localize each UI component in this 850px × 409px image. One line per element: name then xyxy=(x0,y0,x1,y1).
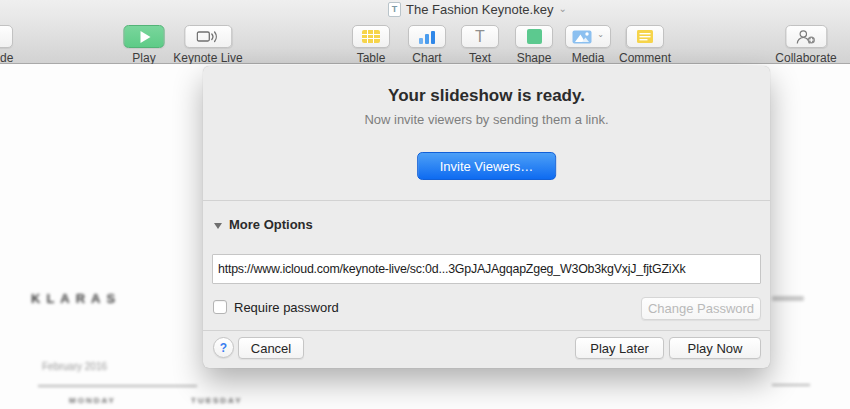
toolbar-item-partial[interactable]: de xyxy=(0,20,13,65)
partial-button-label: de xyxy=(0,51,13,65)
slide-rule-line xyxy=(772,384,810,386)
play-now-button[interactable]: Play Now xyxy=(669,337,761,359)
dialog-divider xyxy=(203,200,770,201)
chart-button[interactable] xyxy=(408,25,446,48)
media-button[interactable]: ⌄ xyxy=(565,25,611,48)
toolbar: de Play Keynote Live Table xyxy=(0,20,850,64)
collaborate-button[interactable] xyxy=(785,25,827,48)
media-chevron-down-icon[interactable]: ⌄ xyxy=(597,31,604,39)
dialog-footer: ? Cancel Play Later Play Now xyxy=(203,337,770,361)
keynote-live-label: Keynote Live xyxy=(173,51,242,65)
table-icon xyxy=(362,30,380,43)
play-icon xyxy=(141,31,151,43)
slide-day-label: MONDAY xyxy=(69,396,116,405)
disclosure-triangle-icon[interactable] xyxy=(214,223,222,229)
document-title[interactable]: The Fashion Keynote.key xyxy=(406,2,553,17)
require-password-label: Require password xyxy=(234,300,339,315)
document-icon-glyph: T xyxy=(392,5,398,14)
toolbar-item-media[interactable]: ⌄ Media xyxy=(565,20,611,65)
toolbar-item-collaborate[interactable]: Collaborate xyxy=(775,20,836,65)
shape-button[interactable] xyxy=(515,25,553,48)
change-password-button[interactable]: Change Password xyxy=(641,297,761,320)
toolbar-item-keynote-live[interactable]: Keynote Live xyxy=(173,20,242,65)
toolbar-item-chart[interactable]: Chart xyxy=(408,20,446,65)
keynote-live-dialog: Your slideshow is ready. Now invite view… xyxy=(203,66,770,368)
dialog-divider xyxy=(203,330,770,331)
chart-icon xyxy=(418,30,436,44)
slide-text-fragment xyxy=(772,296,804,301)
chart-label: Chart xyxy=(408,51,446,65)
slide-rule-line xyxy=(38,385,197,387)
toolbar-item-text[interactable]: T Text xyxy=(461,20,499,65)
require-password-checkbox[interactable] xyxy=(213,300,227,314)
comment-label: Comment xyxy=(619,51,671,65)
password-row: Require password Change Password xyxy=(203,297,770,321)
title-chevron-down-icon[interactable]: ⌄ xyxy=(558,4,566,14)
toolbar-item-comment[interactable]: Comment xyxy=(619,20,671,65)
comment-icon xyxy=(637,30,653,43)
text-label: Text xyxy=(461,51,499,65)
toolbar-item-table[interactable]: Table xyxy=(352,20,390,65)
media-label: Media xyxy=(565,51,611,65)
keynote-window: T The Fashion Keynote.key ⌄ de Play xyxy=(0,0,850,409)
play-button[interactable] xyxy=(124,25,165,48)
collaborate-label: Collaborate xyxy=(775,51,836,65)
keynote-live-button[interactable] xyxy=(184,25,232,48)
play-label: Play xyxy=(124,51,165,65)
dialog-title: Your slideshow is ready. xyxy=(203,86,770,106)
table-button[interactable] xyxy=(352,25,390,48)
invite-viewers-button[interactable]: Invite Viewers… xyxy=(417,152,557,180)
shape-label: Shape xyxy=(515,51,553,65)
comment-button[interactable] xyxy=(626,25,664,48)
titlebar: T The Fashion Keynote.key ⌄ xyxy=(0,0,850,20)
dialog-subtitle: Now invite viewers by sending them a lin… xyxy=(203,112,770,127)
toolbar-item-shape[interactable]: Shape xyxy=(515,20,553,65)
text-tool-icon: T xyxy=(475,29,485,45)
document-icon: T xyxy=(388,2,401,17)
more-options-label: More Options xyxy=(229,217,313,232)
more-options-toggle[interactable]: More Options xyxy=(214,217,313,232)
table-label: Table xyxy=(352,51,390,65)
toolbar-item-play[interactable]: Play xyxy=(124,20,165,65)
shape-icon xyxy=(527,29,542,44)
media-icon xyxy=(572,30,592,44)
play-later-button[interactable]: Play Later xyxy=(575,337,664,359)
share-link-field[interactable] xyxy=(212,254,761,284)
slide-date-text: February 2016 xyxy=(42,361,107,372)
help-button[interactable]: ? xyxy=(213,337,234,358)
keynote-live-icon xyxy=(196,29,219,44)
slide-day-label-partial: TUESDAY xyxy=(191,396,243,405)
document-title-group[interactable]: T The Fashion Keynote.key ⌄ xyxy=(388,2,567,17)
partial-button[interactable] xyxy=(0,25,13,48)
collaborate-icon xyxy=(796,29,817,45)
cancel-button[interactable]: Cancel xyxy=(238,337,304,359)
text-button[interactable]: T xyxy=(461,25,499,48)
slide-brand-text: KLARAS xyxy=(31,291,121,306)
